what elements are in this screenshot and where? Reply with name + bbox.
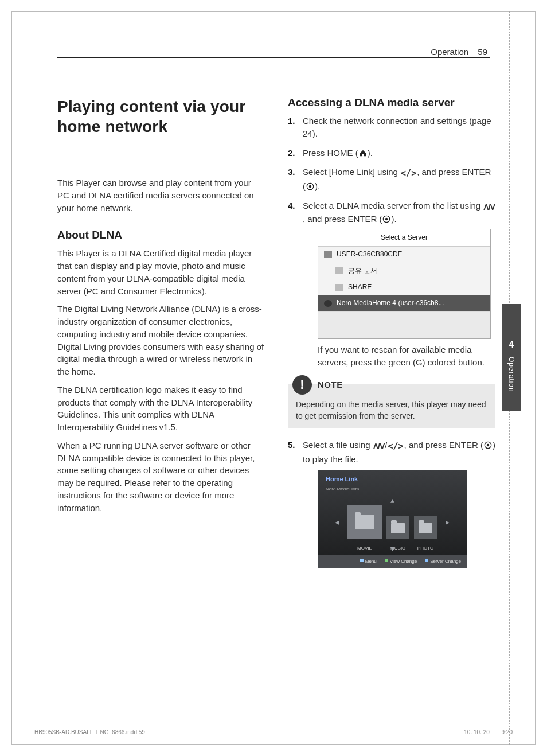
- note-bang-icon: !: [292, 375, 312, 395]
- left-right-icon: </>: [388, 441, 404, 453]
- card-movie: [347, 505, 382, 539]
- folder-icon: [335, 267, 343, 274]
- step-1-text: Check the network connection and setting…: [303, 116, 491, 138]
- about-p2: The Digital Living Network Alliance (DLN…: [57, 303, 265, 378]
- down-arrow-icon: ▾: [390, 543, 394, 554]
- server-row-2-label: 공유 문서: [348, 266, 377, 276]
- step-3: Select [Home Link] using </>, and press …: [288, 166, 495, 193]
- homelink-subtitle: Nero MediaHom...: [326, 486, 363, 492]
- side-tab-label: Operation: [507, 357, 515, 392]
- homelink-cards: [318, 505, 467, 539]
- note-box: ! NOTE Depending on the media server, th…: [288, 384, 495, 428]
- homelink-title-text: Home Link: [326, 476, 358, 482]
- svg-point-5: [487, 444, 490, 447]
- dot-icon: [360, 559, 364, 562]
- server-select-panel: Select a Server USER-C36CB80CDF 공유 문서 SH…: [318, 229, 491, 339]
- step-5: Select a file using Λ/V/</>, and press E…: [288, 439, 495, 568]
- card-music: [386, 516, 409, 539]
- card-photo: [414, 516, 437, 539]
- homelink-title: Home Link Nero MediaHom...: [326, 475, 363, 493]
- step-5b: , and press ENTER (: [404, 440, 483, 450]
- server-row-1: USER-C36CB80CDF: [318, 247, 490, 263]
- step-5a: Select a file using: [303, 440, 373, 450]
- server-blank-area: [318, 312, 490, 338]
- print-datetime: 10. 10. 20 9:20: [454, 729, 513, 735]
- about-p4: When a PC running DLNA server software o…: [57, 439, 265, 515]
- access-heading: Accessing a DLNA media server: [288, 96, 495, 109]
- enter-icon: [484, 441, 492, 449]
- step-4a: Select a DLNA media server from the list…: [303, 201, 483, 211]
- step-3a: Select [Home Link] using: [303, 167, 400, 177]
- intro-text: This Player can browse and play content …: [57, 177, 265, 214]
- page-title: Playing content via your home network: [57, 96, 265, 137]
- server-row-3: SHARE: [318, 279, 490, 295]
- print-file: HB905SB-AD.BUSALL_ENG_6866.indd 59: [34, 729, 145, 735]
- label-photo: PHOTO: [414, 545, 437, 552]
- note-label: NOTE: [318, 379, 343, 391]
- disc-icon: [324, 300, 332, 307]
- about-p3: The DLNA certification logo makes it eas…: [57, 384, 265, 434]
- slash: /: [385, 440, 387, 450]
- enter-icon: [306, 182, 314, 190]
- right-column: Accessing a DLNA media server Check the …: [288, 96, 495, 575]
- print-footer: HB905SB-AD.BUSALL_ENG_6866.indd 59 10. 1…: [34, 729, 513, 735]
- dot-green-icon: [385, 559, 388, 562]
- side-tab-number: 4: [502, 304, 521, 350]
- step-4: Select a DLNA media server from the list…: [288, 200, 495, 429]
- pc-icon: [324, 251, 332, 258]
- steps-list: Check the network connection and setting…: [288, 115, 495, 568]
- server-row-1-label: USER-C36CB80CDF: [337, 250, 402, 259]
- home-icon: [359, 149, 367, 157]
- svg-point-1: [309, 185, 312, 188]
- enter-icon: [382, 215, 390, 223]
- server-row-4-label: Nero MediaHome 4 (user-c36cb8...: [337, 298, 444, 308]
- side-tab: 4 Operation: [502, 304, 521, 411]
- content-area: Playing content via your home network Th…: [57, 46, 495, 722]
- homelink-panel: Home Link Nero MediaHom... ▴ ◂ ▸ MOVIE: [318, 470, 467, 568]
- server-row-3-label: SHARE: [348, 282, 372, 292]
- svg-point-3: [385, 218, 388, 221]
- print-date: 10. 10. 20: [464, 729, 489, 735]
- about-p1: This Player is a DLNA Certified digital …: [57, 247, 265, 297]
- dot-blue-icon: [425, 559, 428, 562]
- server-panel-title: Select a Server: [318, 229, 490, 247]
- step-2: Press HOME ().: [288, 147, 495, 159]
- note-text: Depending on the media server, this play…: [296, 399, 487, 422]
- up-down-icon: Λ/V: [483, 201, 495, 213]
- step-2b: ).: [368, 148, 373, 158]
- homelink-footer: Menu View Change Server Change: [318, 555, 467, 568]
- rescan-note: If you want to rescan for available medi…: [318, 344, 495, 369]
- server-row-2: 공유 문서: [318, 263, 490, 279]
- step-4c: ).: [391, 214, 396, 224]
- server-row-4-selected: Nero MediaHome 4 (user-c36cb8...: [318, 295, 490, 311]
- step-2a: Press HOME (: [303, 148, 358, 158]
- about-heading: About DLNA: [57, 229, 265, 241]
- folder-icon: [335, 284, 343, 291]
- footer-server: Server Change: [425, 558, 461, 565]
- step-3c: ).: [315, 181, 320, 191]
- print-time: 9:20: [502, 729, 513, 735]
- footer-menu: Menu: [360, 558, 377, 565]
- step-4b: , and press ENTER (: [303, 214, 382, 224]
- footer-view: View Change: [385, 558, 417, 565]
- step-1: Check the network connection and setting…: [288, 115, 495, 140]
- label-movie: MOVIE: [347, 545, 382, 552]
- left-column: Playing content via your home network Th…: [57, 96, 265, 575]
- left-right-icon: </>: [401, 167, 416, 180]
- up-down-icon: Λ/V: [373, 441, 385, 452]
